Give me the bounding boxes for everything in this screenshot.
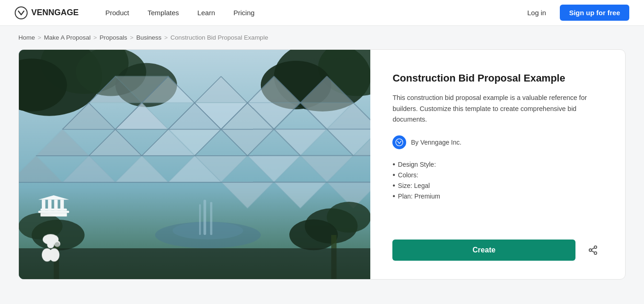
nav-learn[interactable]: Learn	[189, 5, 223, 20]
share-button[interactable]	[583, 240, 603, 260]
breadcrumb: Home > Make A Proposal > Proposals > Bus…	[0, 26, 644, 49]
meta-size: Size: Legal	[392, 181, 603, 190]
create-button[interactable]: Create	[392, 240, 575, 261]
svg-point-65	[172, 222, 243, 240]
svg-point-92	[396, 139, 403, 146]
brand-logo[interactable]: VENNGAGE	[15, 6, 79, 19]
nav-templates[interactable]: Templates	[139, 5, 187, 20]
template-title: Construction Bid Proposal Example	[392, 72, 603, 85]
meta-colors: Colors:	[392, 171, 603, 179]
meta-design-style: Design Style:	[392, 160, 603, 169]
template-meta-list: Design Style: Colors: Size: Legal Plan: …	[392, 160, 603, 200]
svg-rect-80	[48, 200, 52, 211]
brand-name: VENNGAGE	[31, 8, 79, 18]
svg-rect-82	[60, 200, 64, 211]
venngage-avatar-icon	[395, 138, 403, 146]
svg-point-89	[49, 248, 59, 262]
action-row: Create	[392, 240, 603, 261]
navbar: VENNGAGE Product Templates Learn Pricing…	[0, 0, 644, 26]
template-description: This construction bid proposal example i…	[392, 93, 603, 126]
svg-line-96	[592, 251, 594, 252]
svg-point-0	[15, 7, 27, 19]
svg-point-87	[47, 241, 54, 248]
breadcrumb-proposals[interactable]: Proposals	[100, 34, 127, 41]
author-row: By Venngage Inc.	[392, 135, 603, 149]
main-content: Construction Bid Proposal Example This c…	[0, 49, 644, 298]
template-preview	[19, 50, 370, 279]
breadcrumb-current: Construction Bid Proposal Example	[171, 34, 268, 41]
breadcrumb-home[interactable]: Home	[18, 34, 35, 41]
nav-links: Product Templates Learn Pricing	[97, 5, 519, 20]
nav-actions: Log in Sign up for free	[519, 5, 629, 21]
svg-rect-76	[19, 248, 370, 279]
breadcrumb-sep-4: >	[164, 34, 168, 41]
svg-rect-79	[42, 200, 46, 211]
breadcrumb-sep-1: >	[38, 34, 41, 41]
meta-plan: Plan: Premium	[392, 192, 603, 200]
svg-line-97	[592, 248, 594, 250]
breadcrumb-sep-3: >	[130, 34, 134, 41]
svg-rect-78	[38, 211, 69, 213]
breadcrumb-business[interactable]: Business	[136, 34, 161, 41]
svg-point-73	[19, 213, 63, 239]
template-card: Construction Bid Proposal Example This c…	[18, 49, 626, 280]
template-info: Construction Bid Proposal Example This c…	[370, 50, 625, 279]
breadcrumb-make-a-proposal[interactable]: Make A Proposal	[44, 34, 91, 41]
svg-rect-68	[210, 202, 213, 235]
svg-rect-81	[54, 200, 58, 211]
author-name: By Venngage Inc.	[411, 139, 461, 146]
svg-point-71	[289, 220, 338, 251]
svg-point-91	[55, 242, 60, 247]
signup-button[interactable]: Sign up for free	[560, 5, 629, 21]
breadcrumb-sep-2: >	[93, 34, 97, 41]
svg-rect-67	[199, 204, 201, 235]
author-avatar	[392, 135, 406, 149]
template-image	[19, 50, 370, 279]
svg-rect-66	[203, 200, 206, 235]
login-button[interactable]: Log in	[519, 5, 554, 20]
nav-product[interactable]: Product	[97, 5, 138, 20]
nav-pricing[interactable]: Pricing	[225, 5, 263, 20]
svg-rect-84	[40, 213, 67, 216]
share-icon	[588, 245, 598, 255]
venngage-logo-icon	[15, 6, 28, 19]
